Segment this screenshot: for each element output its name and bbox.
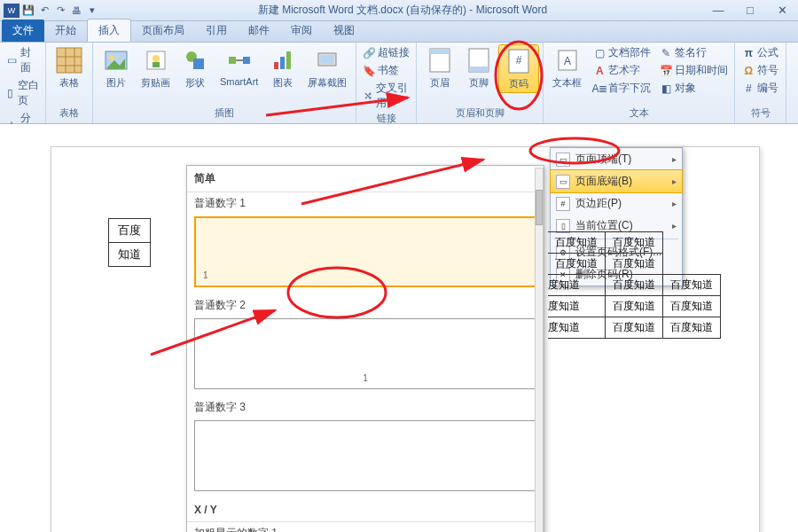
gallery-item[interactable]: 1 bbox=[194, 216, 536, 287]
symbol-button[interactable]: Ω符号 bbox=[739, 62, 781, 79]
tab-home[interactable]: 开始 bbox=[44, 20, 87, 42]
cover-page-button[interactable]: ▭封面 bbox=[4, 44, 42, 76]
scrollbar[interactable] bbox=[535, 168, 544, 532]
undo-icon[interactable]: ↶ bbox=[37, 4, 51, 18]
table-cell[interactable]: 知道 bbox=[109, 243, 151, 267]
tab-view[interactable]: 视图 bbox=[323, 20, 365, 42]
scrollbar-thumb[interactable] bbox=[536, 190, 543, 225]
tab-insert[interactable]: 插入 bbox=[87, 19, 131, 42]
chart-button[interactable]: 图表 bbox=[263, 44, 302, 91]
gallery-header: X / Y bbox=[187, 498, 544, 522]
tab-layout[interactable]: 页面布局 bbox=[131, 20, 195, 42]
document-table[interactable]: 百度知道百度知道 百度知道百度知道 度知道百度知道百度知道 度知道百度知道百度知… bbox=[548, 231, 721, 339]
pagenum-icon: # bbox=[505, 47, 533, 75]
parts-button[interactable]: ▢文档部件 bbox=[591, 44, 653, 61]
pi-icon: π bbox=[742, 47, 755, 59]
datetime-button[interactable]: 📅日期和时间 bbox=[657, 62, 731, 79]
svg-point-6 bbox=[109, 55, 114, 60]
clipart-button[interactable]: 剪贴画 bbox=[136, 44, 176, 91]
table-cell[interactable]: 百度知道 bbox=[606, 317, 663, 339]
bookmark-button[interactable]: 🔖书签 bbox=[360, 62, 412, 79]
gallery-section-label: 普通数字 2 bbox=[187, 294, 544, 317]
redo-icon[interactable]: ↷ bbox=[53, 4, 67, 18]
maximize-button[interactable]: □ bbox=[738, 3, 763, 19]
hyperlink-button[interactable]: 🔗超链接 bbox=[360, 44, 412, 61]
svg-rect-15 bbox=[280, 57, 285, 69]
close-button[interactable]: ✕ bbox=[770, 3, 794, 19]
dropcap-button[interactable]: A≣首字下沉 bbox=[591, 80, 653, 97]
bookmark-icon: 🔖 bbox=[363, 65, 375, 77]
svg-point-8 bbox=[153, 55, 160, 62]
svg-rect-13 bbox=[243, 57, 250, 64]
crossref-button[interactable]: ⤭交叉引用 bbox=[360, 80, 412, 112]
menu-page-margins[interactable]: #页边距(P)▸ bbox=[551, 192, 682, 215]
tab-references[interactable]: 引用 bbox=[195, 20, 238, 42]
formula-button[interactable]: π公式 bbox=[739, 44, 781, 61]
table-cell[interactable]: 百度知道 bbox=[606, 275, 663, 296]
group-label: 表格 bbox=[59, 106, 79, 121]
table-cell[interactable]: 百度知道 bbox=[548, 232, 606, 254]
table-button[interactable]: 表格 bbox=[50, 44, 89, 91]
sig-icon: ✎ bbox=[660, 47, 672, 59]
shapes-button[interactable]: 形状 bbox=[176, 44, 215, 91]
header-button[interactable]: 页眉 bbox=[420, 44, 459, 93]
side-table: 百度 知道 bbox=[108, 218, 151, 267]
svg-rect-11 bbox=[193, 59, 204, 69]
chevron-right-icon: ▸ bbox=[672, 221, 677, 231]
page-number-button[interactable]: #页码 bbox=[498, 44, 539, 93]
window-controls: — □ ✕ bbox=[706, 3, 794, 19]
object-button[interactable]: ◧对象 bbox=[657, 80, 731, 97]
dropcap-icon: A≣ bbox=[593, 82, 606, 95]
ribbon: ▭封面 ▯空白页 ⤓分页 页 表格 表格 图片 剪贴画 形状 SmartArt … bbox=[0, 43, 798, 124]
minimize-button[interactable]: — bbox=[706, 3, 731, 19]
tab-mailings[interactable]: 邮件 bbox=[238, 20, 280, 42]
gallery-item[interactable] bbox=[194, 420, 536, 491]
table-cell[interactable]: 百度知道 bbox=[606, 232, 663, 254]
page-number-gallery: 简单 普通数字 1 1 普通数字 2 1 普通数字 3 X / Y 加粗显示的数… bbox=[186, 165, 544, 532]
menu-top-of-page[interactable]: ▭页面顶端(T)▸ bbox=[551, 148, 682, 170]
quick-access-toolbar: W 💾 ↶ ↷ 🖶 ▾ bbox=[4, 4, 99, 18]
page-icon: ▭ bbox=[6, 54, 18, 66]
table-cell[interactable]: 百度知道 bbox=[548, 254, 606, 275]
picture-button[interactable]: 图片 bbox=[97, 44, 136, 91]
smartart-button[interactable]: SmartArt bbox=[215, 44, 263, 91]
screenshot-button[interactable]: 屏幕截图 bbox=[302, 44, 352, 91]
gallery-item[interactable]: 1 bbox=[194, 318, 536, 389]
print-icon[interactable]: 🖶 bbox=[69, 4, 83, 18]
wordart-icon: A bbox=[593, 65, 606, 77]
group-label: 文本 bbox=[630, 106, 649, 121]
link-icon: 🔗 bbox=[363, 47, 375, 59]
parts-icon: ▢ bbox=[593, 47, 606, 59]
number-button[interactable]: #编号 bbox=[739, 80, 781, 97]
wordart-button[interactable]: A艺术字 bbox=[591, 62, 653, 79]
gallery-section-label: 加粗显示的数字 1 bbox=[187, 522, 544, 532]
chevron-right-icon: ▸ bbox=[672, 199, 677, 208]
chevron-right-icon: ▸ bbox=[672, 176, 677, 186]
table-cell[interactable]: 百度知道 bbox=[606, 254, 663, 275]
table-cell[interactable]: 百度知道 bbox=[663, 296, 721, 317]
textbox-button[interactable]: A文本框 bbox=[547, 44, 587, 97]
table-cell[interactable]: 百度知道 bbox=[663, 275, 721, 296]
group-label: 插图 bbox=[215, 106, 234, 121]
table-cell[interactable]: 百度知道 bbox=[606, 296, 663, 317]
footer-button[interactable]: 页脚 bbox=[459, 44, 498, 93]
menu-bottom-of-page[interactable]: ▭页面底端(B)▸ bbox=[550, 169, 683, 193]
page-top-icon: ▭ bbox=[556, 153, 570, 167]
blank-page-button[interactable]: ▯空白页 bbox=[4, 77, 42, 109]
page-num-preview: 1 bbox=[363, 373, 368, 383]
signature-button[interactable]: ✎签名行 bbox=[657, 44, 731, 61]
tab-file[interactable]: 文件 bbox=[2, 20, 44, 42]
table-cell[interactable]: 百度知道 bbox=[663, 317, 721, 339]
tab-review[interactable]: 审阅 bbox=[280, 20, 323, 42]
svg-rect-9 bbox=[153, 62, 160, 67]
table-cell[interactable]: 度知道 bbox=[548, 317, 606, 339]
dropdown-icon[interactable]: ▾ bbox=[85, 4, 99, 18]
table-cell[interactable]: 度知道 bbox=[548, 296, 606, 317]
ribbon-tabs: 文件 开始 插入 页面布局 引用 邮件 审阅 视图 bbox=[0, 21, 798, 43]
save-icon[interactable]: 💾 bbox=[21, 4, 35, 18]
table-cell[interactable]: 百度 bbox=[109, 219, 151, 243]
svg-text:A: A bbox=[564, 55, 571, 67]
svg-rect-0 bbox=[57, 48, 82, 73]
table-cell[interactable]: 度知道 bbox=[548, 275, 606, 296]
svg-text:#: # bbox=[516, 54, 522, 66]
